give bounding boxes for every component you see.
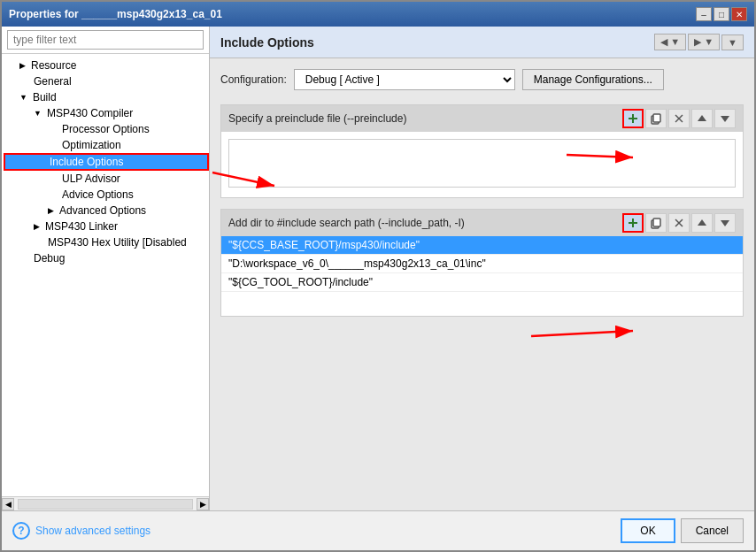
include-path-header: Add dir to #include search path (--inclu… <box>221 210 743 236</box>
svg-rect-1 <box>632 114 634 123</box>
dialog-content: ▶ Resource General ▼ Build ▼ MSP430 Comp… <box>2 27 754 510</box>
config-label: Configuration: <box>220 73 287 86</box>
right-panel: Include Options ◀ ▼ ▶ ▼ ▼ Configuration:… <box>210 27 754 510</box>
tree-item-general[interactable]: General <box>2 73 209 89</box>
close-button[interactable]: ✕ <box>731 7 747 21</box>
tree-item-msp430-linker[interactable]: ▶ MSP430 Linker <box>2 218 209 234</box>
title-bar-buttons: – □ ✕ <box>696 7 747 21</box>
config-select[interactable]: Debug [ Active ] <box>294 69 515 90</box>
preinclude-toolbar <box>622 109 736 128</box>
svg-rect-9 <box>632 218 634 227</box>
preinclude-header: Specify a preinclude file (--preinclude) <box>221 105 743 132</box>
include-path-toolbar <box>622 213 736 233</box>
svg-marker-14 <box>698 219 706 226</box>
tree-item-advice-options[interactable]: Advice Options <box>2 187 209 203</box>
expand-arrow-compiler: ▼ <box>34 109 42 118</box>
tree-item-label-include-options: Include Options <box>50 156 123 168</box>
preinclude-content <box>221 132 743 197</box>
preinclude-down-btn[interactable] <box>714 109 736 128</box>
include-path-delete-btn[interactable] <box>668 213 690 233</box>
tree-item-msp430-compiler[interactable]: ▼ MSP430 Compiler <box>2 105 209 121</box>
include-path-item-1[interactable]: "D:\workspace_v6_0\______msp430g2x13_ca_… <box>221 255 743 273</box>
window-title: Properties for ______msp430g2x13_ca_01 <box>9 8 222 20</box>
tree-item-label-advanced-options: Advanced Options <box>59 204 146 217</box>
minimize-button[interactable]: – <box>696 7 712 21</box>
tree-item-label-optimization: Optimization <box>62 139 121 151</box>
tree-item-label-advice-options: Advice Options <box>62 188 134 201</box>
svg-marker-15 <box>721 220 729 226</box>
tree-item-label-ulp-advisor: ULP Advisor <box>62 172 120 185</box>
tree-item-label-msp430-hex: MSP430 Hex Utility [Disabled <box>48 236 187 249</box>
right-header: Include Options ◀ ▼ ▶ ▼ ▼ <box>210 27 754 58</box>
tree-item-label-msp430-compiler: MSP430 Compiler <box>47 107 133 119</box>
expand-arrow-build: ▼ <box>19 93 27 102</box>
include-path-content: "${CCS_BASE_ROOT}/msp430/include" "D:\wo… <box>221 236 743 316</box>
tree-item-label-resource: Resource <box>31 59 76 72</box>
preinclude-add-btn[interactable] <box>622 109 644 128</box>
tree-item-build[interactable]: ▼ Build <box>2 89 209 105</box>
tree-item-debug[interactable]: Debug <box>2 250 209 266</box>
manage-configurations-button[interactable]: Manage Configurations... <box>522 69 664 90</box>
tree-item-include-options[interactable]: Include Options <box>4 153 209 171</box>
bottom-bar: ? Show advanced settings OK Cancel <box>2 510 754 550</box>
tree-item-label-processor-options: Processor Options <box>62 123 150 135</box>
svg-rect-3 <box>653 114 660 122</box>
tree-item-optimization[interactable]: Optimization <box>2 137 209 153</box>
dialog-buttons: OK Cancel <box>621 518 744 543</box>
include-path-item-0[interactable]: "${CCS_BASE_ROOT}/msp430/include" <box>221 236 743 255</box>
svg-marker-7 <box>721 116 729 122</box>
right-title: Include Options <box>220 35 314 50</box>
include-path-add-btn[interactable] <box>622 213 644 233</box>
right-body: Configuration: Debug [ Active ] Manage C… <box>210 58 754 510</box>
tree-item-label-build: Build <box>33 91 57 104</box>
tree-item-processor-options[interactable]: Processor Options <box>2 121 209 137</box>
tree-item-label-msp430-linker: MSP430 Linker <box>45 220 118 233</box>
maximize-button[interactable]: □ <box>714 7 729 21</box>
scroll-right-btn[interactable]: ▶ <box>197 498 209 510</box>
nav-menu-button[interactable]: ▼ <box>721 34 744 50</box>
help-icon[interactable]: ? <box>12 522 30 540</box>
left-panel: ▶ Resource General ▼ Build ▼ MSP430 Comp… <box>2 27 210 510</box>
filter-input[interactable] <box>7 30 204 50</box>
preinclude-delete-btn[interactable] <box>668 109 690 128</box>
filter-box <box>2 27 209 54</box>
cancel-button[interactable]: Cancel <box>681 518 744 543</box>
expand-arrow-resource: ▶ <box>19 61 26 70</box>
scroll-left-btn[interactable]: ◀ <box>2 498 14 510</box>
preinclude-header-label: Specify a preinclude file (--preinclude) <box>228 112 406 125</box>
main-window: Properties for ______msp430g2x13_ca_01 –… <box>0 0 756 552</box>
preinclude-up-btn[interactable] <box>691 109 713 128</box>
nav-back-button[interactable]: ◀ ▼ <box>654 34 686 50</box>
expand-arrow-linker: ▶ <box>34 222 40 231</box>
include-path-list: "${CCS_BASE_ROOT}/msp430/include" "D:\wo… <box>221 236 743 292</box>
preinclude-section: Specify a preinclude file (--preinclude) <box>220 104 744 198</box>
include-path-header-label: Add dir to #include search path (--inclu… <box>228 217 465 229</box>
config-row: Configuration: Debug [ Active ] Manage C… <box>220 69 744 90</box>
ok-button[interactable]: OK <box>621 518 675 543</box>
horizontal-scrollbar[interactable] <box>18 499 193 510</box>
nav-forward-button[interactable]: ▶ ▼ <box>688 34 720 50</box>
nav-buttons: ◀ ▼ ▶ ▼ ▼ <box>654 34 744 50</box>
bottom-left: ? Show advanced settings <box>12 522 150 540</box>
tree-item-ulp-advisor[interactable]: ULP Advisor <box>2 171 209 187</box>
preinclude-textarea[interactable] <box>228 139 736 188</box>
tree-item-label-debug: Debug <box>34 252 65 264</box>
svg-rect-11 <box>653 218 660 226</box>
include-path-up-btn[interactable] <box>691 213 713 233</box>
include-path-item-2[interactable]: "${CG_TOOL_ROOT}/include" <box>221 273 743 292</box>
tree-item-advanced-options[interactable]: ▶ Advanced Options <box>2 203 209 218</box>
tree-item-resource[interactable]: ▶ Resource <box>2 58 209 73</box>
preinclude-copy-btn[interactable] <box>645 109 667 128</box>
tree: ▶ Resource General ▼ Build ▼ MSP430 Comp… <box>2 54 209 496</box>
tree-item-msp430-hex[interactable]: MSP430 Hex Utility [Disabled <box>2 234 209 250</box>
include-path-copy-btn[interactable] <box>645 213 667 233</box>
svg-marker-6 <box>698 115 706 121</box>
left-scrollbar-container: ◀ ▶ <box>2 496 209 510</box>
show-advanced-link[interactable]: Show advanced settings <box>35 525 150 537</box>
include-path-down-btn[interactable] <box>714 213 736 233</box>
title-bar: Properties for ______msp430g2x13_ca_01 –… <box>2 2 754 27</box>
tree-item-label-general: General <box>34 75 72 88</box>
expand-arrow-advanced: ▶ <box>48 206 54 215</box>
svg-line-19 <box>531 331 633 336</box>
include-path-section: Add dir to #include search path (--inclu… <box>220 209 744 317</box>
